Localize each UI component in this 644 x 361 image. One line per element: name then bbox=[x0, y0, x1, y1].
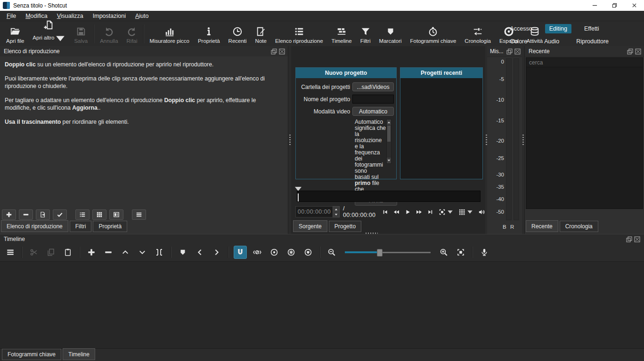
close-button[interactable] bbox=[624, 0, 644, 11]
cut-button[interactable] bbox=[27, 246, 41, 259]
record-audio-button[interactable] bbox=[478, 246, 491, 259]
playlist-tab-propriet[interactable]: Proprietà bbox=[93, 221, 127, 232]
toolbar-button-recenti[interactable]: Recenti bbox=[224, 24, 251, 46]
timecode-up-icon[interactable] bbox=[333, 207, 339, 212]
playlist-menu-button[interactable] bbox=[132, 209, 146, 220]
toolbar-button-cronologia[interactable]: Cronologia bbox=[460, 24, 495, 46]
toolbar-button-label: Apri file bbox=[6, 38, 24, 44]
stopwatch-icon bbox=[428, 26, 438, 37]
split-button[interactable] bbox=[153, 246, 166, 259]
ripple-delete-button[interactable] bbox=[102, 246, 115, 259]
volume-button[interactable] bbox=[478, 209, 485, 216]
timeline-tracks-area[interactable] bbox=[0, 261, 644, 348]
view-details-button[interactable] bbox=[75, 209, 90, 220]
zoom-timeline-fit-button[interactable] bbox=[454, 246, 467, 259]
scrollbar-thumb[interactable] bbox=[387, 126, 391, 142]
view-tiles-button[interactable] bbox=[109, 209, 123, 220]
toolbar-button-apri-altro[interactable]: Apri altro bbox=[28, 18, 70, 46]
view-icons-button[interactable] bbox=[92, 209, 106, 220]
timecode-spinbox[interactable]: 00:00:00:00 bbox=[295, 206, 340, 217]
menu-aiuto[interactable]: Aiuto bbox=[130, 11, 154, 21]
float-panel-icon[interactable] bbox=[627, 48, 633, 55]
toolbar-button-annulla[interactable]: Annulla bbox=[96, 24, 122, 46]
slider-handle[interactable] bbox=[377, 249, 383, 257]
snap-button[interactable] bbox=[234, 246, 247, 259]
timeline-menu-button[interactable] bbox=[4, 246, 17, 259]
projects-folder-button[interactable]: ...sad\Videos bbox=[352, 82, 394, 91]
timecode-value[interactable]: 00:00:00:00 bbox=[295, 206, 333, 217]
close-panel-icon[interactable] bbox=[279, 48, 285, 55]
create-marker-button[interactable] bbox=[176, 246, 189, 259]
overwrite-button[interactable] bbox=[136, 246, 149, 259]
player-tab-progetto[interactable]: Progetto bbox=[329, 221, 361, 232]
rewind-button[interactable] bbox=[393, 209, 399, 215]
video-mode-button[interactable]: Automatico bbox=[352, 107, 394, 116]
add-button[interactable] bbox=[2, 209, 16, 220]
scrub-bar[interactable] bbox=[297, 191, 481, 202]
zoom-timeline-out-button[interactable] bbox=[325, 246, 338, 259]
project-name-input[interactable] bbox=[352, 95, 394, 104]
copy-button[interactable] bbox=[44, 246, 57, 259]
toolbar-button-timeline[interactable]: Timeline bbox=[327, 24, 356, 46]
scroll-down-icon[interactable] bbox=[387, 158, 391, 163]
description-scrollbar[interactable] bbox=[386, 119, 391, 164]
layout-button-riproduttore[interactable]: Riproduttore bbox=[572, 37, 613, 46]
close-panel-icon[interactable] bbox=[514, 48, 521, 55]
toolbar-button-salva[interactable]: Salva bbox=[70, 24, 92, 46]
recent-search-input[interactable] bbox=[526, 58, 643, 67]
timecode-down-icon[interactable] bbox=[333, 212, 339, 217]
recent-tab-recente[interactable]: Recente bbox=[526, 220, 558, 232]
playlist-tab-elenco-di-riproduzione[interactable]: Elenco di riproduzione bbox=[1, 220, 68, 232]
float-panel-icon[interactable] bbox=[626, 236, 632, 242]
next-marker-button[interactable] bbox=[210, 246, 223, 259]
float-panel-icon[interactable] bbox=[271, 48, 277, 55]
minimize-button[interactable] bbox=[585, 0, 604, 11]
close-panel-icon[interactable] bbox=[635, 48, 641, 55]
ripple-markers-button[interactable] bbox=[302, 246, 315, 259]
layout-button-accesso[interactable]: Accesso bbox=[505, 24, 536, 33]
scrub-while-dragging-button[interactable] bbox=[251, 246, 264, 259]
update-button[interactable] bbox=[53, 209, 67, 220]
toolbar-button-propriet[interactable]: Proprietà bbox=[194, 24, 224, 46]
timeline-zoom-slider[interactable] bbox=[345, 248, 431, 257]
lift-button[interactable] bbox=[119, 246, 132, 259]
dock-tab-fotogrammi-chiave[interactable]: Fotogrammi chiave bbox=[2, 349, 61, 360]
toolbar-button-fotogrammi-chiave[interactable]: Fotogrammi chiave bbox=[406, 24, 461, 46]
open-as-clip-button[interactable] bbox=[36, 209, 50, 220]
layout-button-effetti[interactable]: Effetti bbox=[580, 24, 603, 33]
layout-button-audio[interactable]: Audio bbox=[540, 37, 563, 46]
fast-forward-button[interactable] bbox=[416, 209, 422, 215]
zoom-fit-button[interactable] bbox=[439, 209, 453, 216]
grid-overlay-button[interactable] bbox=[458, 209, 473, 216]
layout-button-editing[interactable]: Editing bbox=[545, 24, 571, 33]
playlist-tab-filtri[interactable]: Filtri bbox=[70, 221, 92, 232]
dock-tab-timeline[interactable]: Timeline bbox=[63, 348, 95, 360]
scroll-up-icon[interactable] bbox=[387, 120, 391, 125]
recent-tab-cronologia[interactable]: Cronologia bbox=[560, 221, 598, 232]
remove-button[interactable] bbox=[19, 209, 33, 220]
close-panel-icon[interactable] bbox=[634, 236, 640, 242]
float-panel-icon[interactable] bbox=[506, 48, 513, 55]
toolbar-button-rifai[interactable]: Rifai bbox=[122, 24, 142, 46]
layout-button-colore[interactable]: Colore bbox=[505, 37, 531, 46]
skip-to-start-button[interactable] bbox=[382, 209, 388, 215]
play-button[interactable] bbox=[405, 209, 411, 215]
toolbar-button-marcatori[interactable]: Marcatori bbox=[375, 24, 406, 46]
player-tab-sorgente[interactable]: Sorgente bbox=[293, 220, 327, 232]
restore-button[interactable] bbox=[604, 0, 624, 11]
ripple-all-tracks-button[interactable] bbox=[285, 246, 298, 259]
toolbar-button-apri-file[interactable]: Apri file bbox=[2, 24, 28, 46]
recent-projects-list[interactable] bbox=[400, 78, 482, 179]
menu-impostazioni[interactable]: Impostazioni bbox=[88, 11, 130, 21]
paste-button[interactable] bbox=[61, 246, 74, 259]
toolbar-button-filtri[interactable]: Filtri bbox=[356, 24, 375, 46]
ripple-button[interactable] bbox=[268, 246, 281, 259]
toolbar-button-elenco-riproduzione[interactable]: Elenco riproduzione bbox=[271, 24, 327, 46]
menu-file[interactable]: File bbox=[2, 11, 21, 21]
previous-marker-button[interactable] bbox=[193, 246, 206, 259]
append-button[interactable] bbox=[85, 246, 98, 259]
skip-to-end-button[interactable] bbox=[427, 209, 433, 215]
toolbar-button-misuratore-picco[interactable]: Misuratore picco bbox=[146, 24, 194, 46]
toolbar-button-note[interactable]: Note bbox=[251, 24, 271, 46]
zoom-timeline-in-button[interactable] bbox=[437, 246, 450, 259]
